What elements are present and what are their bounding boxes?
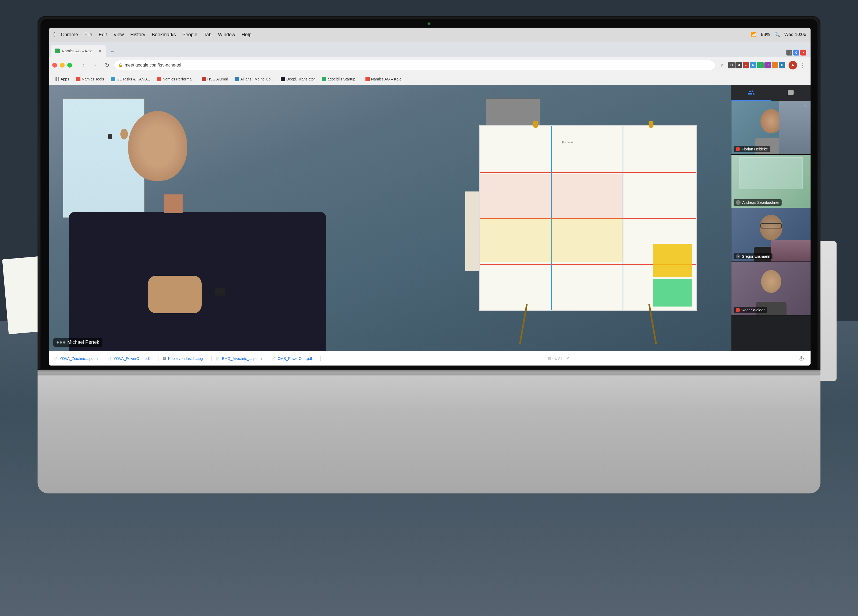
- back-button[interactable]: ‹: [79, 60, 88, 70]
- chrome-menu-icon[interactable]: ⋮: [798, 61, 807, 70]
- menu-history[interactable]: History: [130, 32, 145, 37]
- menu-edit[interactable]: Edit: [99, 32, 107, 37]
- fullscreen-window-button[interactable]: [67, 63, 72, 68]
- ext-green-icon[interactable]: ✓: [757, 62, 764, 68]
- bookmark-namics-performa[interactable]: Namics Performa...: [154, 76, 197, 82]
- wb-line-h1: [480, 172, 696, 173]
- ext-icon-1: ⋮⋮: [786, 50, 792, 56]
- show-all-downloads-button[interactable]: Show All ✕: [545, 355, 572, 362]
- apple-menu[interactable]: : [53, 31, 56, 38]
- download-item-3[interactable]: 🖼 Kopie von Insid....jpg ↑: [163, 356, 211, 361]
- reload-button[interactable]: ↻: [102, 60, 112, 70]
- menu-bookmarks[interactable]: Bookmarks: [152, 32, 176, 37]
- namics-cal-icon: [365, 77, 370, 81]
- download-pdf-icon-2: 📄: [107, 357, 111, 361]
- namics-performa-icon: [157, 77, 161, 81]
- url-text: meet.google.com/krv-gcne-tei: [125, 63, 181, 68]
- macbook-keyboard-base: MacBook Pro esc F1 F2 F3 F4 F5 F6 F7 F8 …: [37, 375, 821, 493]
- person-ear: [120, 129, 128, 140]
- ext-bt-icon[interactable]: ⬡: [728, 62, 735, 68]
- clothespin-2: [648, 121, 653, 128]
- download-arrow-2[interactable]: ↑: [152, 356, 154, 361]
- ext-blue-icon[interactable]: N: [750, 62, 756, 68]
- ext-orange-icon[interactable]: T: [772, 62, 778, 68]
- download-item-5[interactable]: 📄 CMS_PowerOf....pdf ↑: [271, 356, 320, 361]
- forward-button[interactable]: ›: [90, 60, 100, 70]
- menu-items: Chrome File Edit View History Bookmarks …: [61, 32, 252, 37]
- download-arrow-1[interactable]: ↑: [96, 356, 98, 361]
- bookmark-hsg[interactable]: HSG Alumni: [199, 76, 230, 82]
- menu-tab[interactable]: Tab: [204, 32, 211, 37]
- menu-battery: 98%: [761, 32, 770, 37]
- chat-tab[interactable]: [771, 85, 811, 101]
- bookmark-namics-tools[interactable]: Namics Tools: [73, 76, 107, 82]
- download-pdf-icon-1: 📄: [53, 357, 58, 361]
- participant-tile-florian: Florian Heideke: [731, 101, 811, 155]
- bookmark-gl-tasks[interactable]: GL Tasks & KANB...: [108, 76, 153, 82]
- close-downloads-icon[interactable]: ✕: [566, 356, 569, 361]
- clothespin-1: [533, 121, 538, 128]
- menu-search-icon[interactable]: 🔍: [774, 32, 780, 37]
- sticky-note-1: [653, 244, 692, 277]
- toolbar-actions: ☆ ⬡ ✉ ● N ✓ P T H A: [718, 61, 807, 70]
- more-options-gregor[interactable]: •••: [736, 254, 740, 258]
- person-neck: [164, 194, 183, 213]
- bookmark-startup[interactable]: agoeldi's Startup...: [319, 76, 361, 82]
- download-pdf-icon-4: 📄: [216, 357, 220, 361]
- menu-chrome[interactable]: Chrome: [61, 32, 78, 37]
- menu-people[interactable]: People: [182, 32, 197, 37]
- menu-help[interactable]: Help: [242, 32, 252, 37]
- download-name-2: YOVA_PowerOf....pdf: [113, 356, 149, 361]
- menu-bar-right: 📶 98% 🔍 Wed 10:06: [751, 32, 806, 37]
- chrome-tab-active[interactable]: Namics AG – Kale... ✕: [51, 45, 106, 57]
- wb-highlight-pink: [480, 174, 623, 218]
- ext-email-icon[interactable]: ✉: [735, 62, 742, 68]
- address-bar[interactable]: 🔒 meet.google.com/krv-gcne-tei: [114, 60, 715, 70]
- participant-tile-gregor: ••• Gregor Ensmann: [731, 208, 811, 262]
- download-item-4[interactable]: 📄 BMG_Avocarts_....pdf ↑: [216, 356, 267, 361]
- minimize-window-button[interactable]: [60, 63, 65, 68]
- download-arrow-5[interactable]: ↑: [314, 356, 316, 361]
- bookmark-star-icon[interactable]: ☆: [718, 61, 727, 70]
- tab-close-button[interactable]: ✕: [98, 48, 103, 53]
- profile-avatar[interactable]: A: [788, 61, 797, 70]
- menu-file[interactable]: File: [84, 32, 92, 37]
- bookmark-allianz[interactable]: Allianz | Meine Üb...: [232, 76, 276, 82]
- bookmark-apps-label: Apps: [61, 77, 69, 81]
- bookmark-namics-cal[interactable]: Namics AG – Kale...: [363, 76, 407, 82]
- close-window-button[interactable]: [52, 63, 57, 68]
- deepl-icon: [281, 77, 285, 81]
- download-pdf-icon-5: 📄: [271, 357, 275, 361]
- macos-menu-bar:  Chrome File Edit View History Bookmark…: [49, 28, 811, 42]
- download-item-1[interactable]: 📄 YOVA_Zeichnu....pdf ↑: [53, 356, 103, 361]
- participants-tab[interactable]: [731, 85, 771, 101]
- bookmark-namics-tools-label: Namics Tools: [82, 77, 104, 81]
- microphone-icon[interactable]: [797, 354, 806, 363]
- new-tab-button[interactable]: +: [107, 47, 117, 57]
- webcam: [427, 22, 431, 25]
- gl-tasks-icon: [111, 77, 115, 81]
- namics-tools-icon: [76, 77, 81, 81]
- whiteboard: Portfolio: [479, 125, 697, 311]
- menu-window[interactable]: Window: [218, 32, 235, 37]
- chrome-tabs-bar: Namics AG – Kale... ✕ + ⋮⋮ G ●: [49, 42, 811, 57]
- allianz-icon: [235, 77, 239, 81]
- ext-red-icon[interactable]: ●: [743, 62, 749, 68]
- download-arrow-3[interactable]: ↑: [205, 356, 207, 361]
- tab-title: Namics AG – Kale...: [62, 49, 95, 53]
- window-controls: [52, 63, 72, 68]
- bookmark-apps[interactable]: Apps: [53, 76, 72, 82]
- startup-icon: [322, 77, 326, 81]
- menu-view[interactable]: View: [113, 32, 124, 37]
- ext-purple-icon[interactable]: P: [765, 62, 771, 68]
- sidebar-number: 20: [804, 103, 807, 107]
- download-arrow-4[interactable]: ↑: [261, 356, 263, 361]
- bookmark-namics-performa-label: Namics Performa...: [163, 77, 195, 81]
- bookmark-deepl[interactable]: Deepl. Translator: [278, 76, 318, 82]
- download-item-2[interactable]: 📄 YOVA_PowerOf....pdf ↑: [107, 356, 158, 361]
- ext-blue2-icon[interactable]: H: [779, 62, 785, 68]
- main-video-area: Portfolio: [49, 85, 731, 351]
- video-dot-3: [63, 341, 65, 344]
- bookmarks-bar: Apps Namics Tools GL Tasks & KANB... Nam…: [49, 73, 811, 85]
- participant-name-florian-text: Florian Heideke: [741, 147, 768, 151]
